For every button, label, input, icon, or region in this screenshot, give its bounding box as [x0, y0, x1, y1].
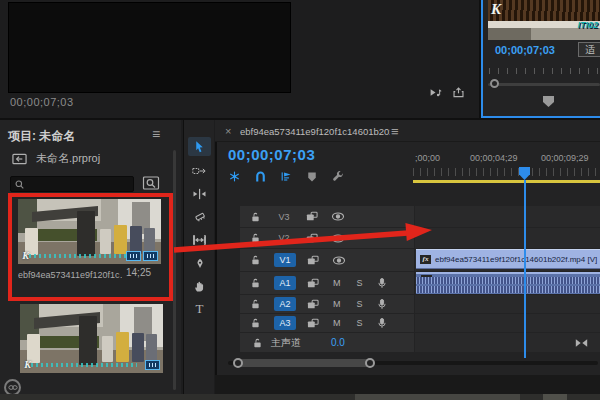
master-level-value[interactable]: 0.0 [331, 337, 345, 348]
thumbnail-watermark: K [24, 359, 31, 370]
timeline-audio-clip[interactable]: fx [416, 272, 600, 294]
find-button[interactable] [142, 175, 160, 191]
annotation-highlight-rectangle [8, 193, 173, 301]
frame-shadow [488, 28, 531, 40]
sequence-badge-icon [145, 360, 160, 370]
track-select-forward-tool-button[interactable] [188, 161, 211, 180]
track-label-selected[interactable]: A3 [274, 316, 296, 330]
sync-lock-icon[interactable] [306, 233, 318, 244]
solo-button[interactable]: S [357, 318, 363, 328]
lock-icon[interactable] [250, 317, 261, 329]
sequence-thumbnail[interactable]: K [20, 304, 163, 373]
timeline-menu-icon[interactable]: ≡ [391, 124, 399, 139]
search-input[interactable] [10, 176, 134, 192]
project-home-icon[interactable] [12, 153, 27, 165]
voiceover-mic-icon[interactable] [377, 277, 387, 290]
track-header-a1[interactable]: A1 M S [240, 272, 414, 294]
ripple-edit-tool-button[interactable] [188, 184, 211, 203]
track-label-selected[interactable]: V1 [274, 253, 296, 267]
lock-icon[interactable] [250, 254, 261, 266]
marker-icon[interactable] [543, 96, 554, 107]
mute-button[interactable]: M [333, 299, 341, 309]
track-label-selected[interactable]: A1 [274, 276, 296, 290]
bottom-strip-highlight [355, 394, 520, 400]
fit-zoom-select[interactable]: 适 [578, 42, 600, 57]
premiere-app-window: 00;00;07;03 K ITI02 00;00;07;03 适 项目: 未命… [0, 0, 600, 400]
play-audio-icon[interactable] [429, 86, 442, 99]
program-timecode: 00;00;07;03 [10, 96, 74, 108]
ruler-ticks[interactable] [413, 168, 600, 176]
source-scrollbar[interactable] [488, 83, 600, 86]
razor-tool-button[interactable] [188, 207, 211, 226]
ruler-label: ;00;00 [415, 153, 440, 163]
track-content-v3[interactable] [415, 206, 600, 227]
search-icon [14, 179, 25, 190]
voiceover-mic-icon[interactable] [377, 317, 387, 330]
tools-panel: T [183, 120, 214, 400]
zoom-handle-right[interactable] [365, 358, 375, 368]
timeline-settings-wrench-icon[interactable] [331, 170, 345, 183]
toggle-track-output-eye-icon[interactable] [331, 211, 345, 222]
close-icon[interactable]: × [225, 125, 231, 137]
pen-tool-button[interactable] [188, 254, 211, 273]
lock-icon[interactable] [252, 337, 263, 349]
insert-nest-icon[interactable] [228, 170, 241, 183]
toggle-track-output-eye-icon[interactable] [332, 255, 346, 266]
track-label[interactable]: V3 [273, 212, 295, 222]
type-tool-button[interactable]: T [188, 299, 211, 318]
sync-lock-icon[interactable] [307, 278, 319, 289]
timeline-timecode[interactable]: 00;00;07;03 [228, 146, 315, 163]
track-content-a2[interactable] [415, 295, 600, 313]
mute-button[interactable]: M [333, 278, 341, 288]
lock-icon[interactable] [250, 277, 261, 289]
timeline-zoom-scrollbar[interactable] [238, 359, 372, 367]
playhead-line[interactable] [524, 180, 526, 358]
lock-icon[interactable] [250, 298, 261, 310]
lock-icon[interactable] [250, 211, 261, 223]
track-header-a3[interactable]: A3 M S [240, 314, 414, 332]
master-track-content[interactable] [415, 333, 600, 352]
sync-lock-icon[interactable] [307, 299, 319, 310]
slip-tool-button[interactable] [188, 230, 211, 249]
solo-button[interactable]: S [357, 299, 363, 309]
toggle-track-output-eye-icon[interactable] [331, 233, 345, 244]
project-file-name[interactable]: 未命名.prproj [36, 151, 100, 166]
add-marker-icon[interactable] [306, 171, 318, 183]
track-content-a3[interactable] [415, 314, 600, 332]
project-scrollbar[interactable] [173, 150, 176, 390]
bottom-strip-highlight [543, 394, 567, 400]
audio-waveform [416, 277, 600, 284]
sync-lock-icon[interactable] [306, 211, 318, 222]
track-label[interactable]: V2 [273, 233, 295, 243]
timeline-tab-title[interactable]: ebf94ea573411e9f120f1c14601b202f [240, 126, 390, 137]
source-mini-ruler[interactable] [489, 68, 599, 74]
panel-menu-icon[interactable]: ≡ [152, 126, 160, 142]
lock-icon[interactable] [250, 232, 261, 244]
track-header-v2[interactable]: V2 [240, 228, 414, 248]
hand-tool-button[interactable] [188, 277, 211, 296]
track-header-v1[interactable]: V1 [240, 249, 414, 271]
mute-button[interactable]: M [333, 318, 341, 328]
track-content-v2[interactable] [415, 228, 600, 248]
sync-lock-icon[interactable] [307, 255, 319, 266]
selection-tool-button[interactable] [188, 137, 211, 156]
frame-overlay-text: ITI02 [577, 20, 598, 30]
snap-magnet-icon[interactable] [254, 170, 267, 183]
clip-badges [145, 360, 160, 370]
track-label-selected[interactable]: A2 [274, 297, 296, 311]
zoom-handle-left[interactable] [233, 358, 243, 368]
voiceover-mic-icon[interactable] [377, 298, 387, 311]
source-monitor-panel: K ITI02 00;00;07;03 适 [481, 0, 600, 118]
track-header-a2[interactable]: A2 M S [240, 295, 414, 313]
export-frame-icon[interactable] [452, 86, 465, 99]
track-header-v3[interactable]: V3 [240, 206, 414, 227]
master-track-header[interactable]: 主声道 0.0 [240, 333, 414, 352]
sync-lock-icon[interactable] [307, 318, 319, 329]
source-scrollbar-handle[interactable] [490, 79, 499, 88]
keyframe-bowtie-icon[interactable] [575, 338, 588, 348]
fx-badge: fx [420, 255, 431, 264]
timeline-video-clip[interactable]: fx ebf94ea573411e9f120f1c14601b202f.mp4 … [416, 249, 600, 269]
linked-selection-icon[interactable] [280, 170, 293, 183]
work-area-bar[interactable] [413, 180, 600, 183]
solo-button[interactable]: S [357, 278, 363, 288]
